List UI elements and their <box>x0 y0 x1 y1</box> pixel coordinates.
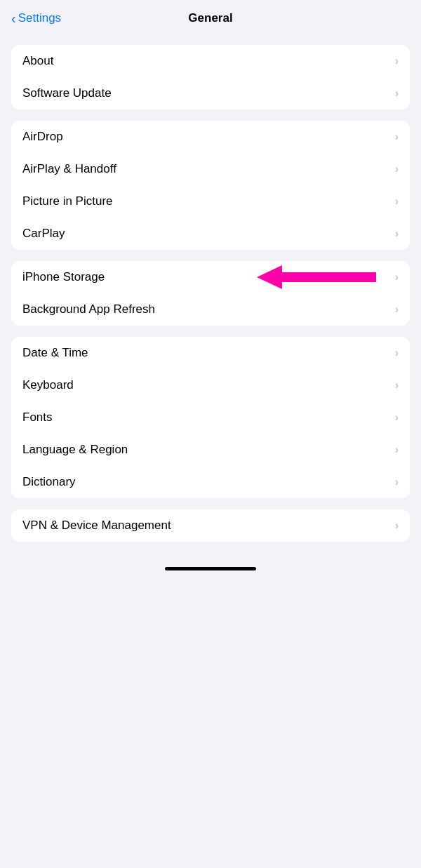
nav-header: ‹ Settings General <box>0 0 421 34</box>
settings-label-date-time: Date & Time <box>22 346 88 360</box>
settings-row-iphone-storage[interactable]: iPhone Storage› <box>11 261 410 293</box>
settings-row-carplay[interactable]: CarPlay› <box>11 218 410 250</box>
settings-label-about: About <box>22 54 53 68</box>
home-indicator <box>0 553 421 576</box>
chevron-icon-picture-in-picture: › <box>395 195 399 208</box>
settings-section-section-5: VPN & Device Management› <box>11 509 410 542</box>
settings-label-picture-in-picture: Picture in Picture <box>22 194 113 208</box>
arrow-svg <box>257 265 376 289</box>
settings-label-iphone-storage: iPhone Storage <box>22 270 105 284</box>
settings-label-background-app-refresh: Background App Refresh <box>22 302 155 316</box>
settings-row-software-update[interactable]: Software Update› <box>11 77 410 109</box>
chevron-icon-fonts: › <box>395 411 399 424</box>
chevron-icon-airplay-handoff: › <box>395 163 399 175</box>
annotation-arrow <box>257 265 376 289</box>
page-title: General <box>188 11 232 25</box>
settings-row-keyboard[interactable]: Keyboard› <box>11 369 410 401</box>
settings-label-language-region: Language & Region <box>22 443 128 457</box>
home-bar <box>165 567 256 570</box>
chevron-icon-date-time: › <box>395 347 399 359</box>
settings-section-section-2: AirDrop›AirPlay & Handoff›Picture in Pic… <box>11 121 410 250</box>
settings-row-date-time[interactable]: Date & Time› <box>11 337 410 369</box>
settings-section-section-3: iPhone Storage›Background App Refresh› <box>11 261 410 326</box>
settings-row-background-app-refresh[interactable]: Background App Refresh› <box>11 293 410 326</box>
settings-row-about[interactable]: About› <box>11 45 410 77</box>
settings-label-keyboard: Keyboard <box>22 378 74 392</box>
settings-label-airdrop: AirDrop <box>22 130 63 144</box>
svg-marker-0 <box>257 265 376 289</box>
settings-row-picture-in-picture[interactable]: Picture in Picture› <box>11 185 410 218</box>
chevron-icon-airdrop: › <box>395 131 399 143</box>
chevron-icon-keyboard: › <box>395 379 399 392</box>
settings-label-fonts: Fonts <box>22 410 53 425</box>
chevron-icon-carplay: › <box>395 227 399 240</box>
settings-label-vpn-device-management: VPN & Device Management <box>22 519 171 533</box>
settings-label-dictionary: Dictionary <box>22 475 76 489</box>
chevron-icon-dictionary: › <box>395 476 399 488</box>
settings-row-vpn-device-management[interactable]: VPN & Device Management› <box>11 509 410 542</box>
chevron-icon-about: › <box>395 55 399 67</box>
chevron-icon-software-update: › <box>395 87 399 100</box>
settings-label-software-update: Software Update <box>22 86 112 100</box>
chevron-icon-vpn-device-management: › <box>395 519 399 532</box>
settings-container: About›Software Update›AirDrop›AirPlay & … <box>0 45 421 542</box>
settings-label-carplay: CarPlay <box>22 227 65 241</box>
settings-row-airplay-handoff[interactable]: AirPlay & Handoff› <box>11 153 410 185</box>
settings-row-airdrop[interactable]: AirDrop› <box>11 121 410 153</box>
settings-row-dictionary[interactable]: Dictionary› <box>11 466 410 498</box>
back-label: Settings <box>18 11 61 25</box>
chevron-icon-iphone-storage: › <box>395 271 399 283</box>
back-chevron-icon: ‹ <box>11 11 16 27</box>
settings-label-airplay-handoff: AirPlay & Handoff <box>22 162 116 176</box>
settings-row-language-region[interactable]: Language & Region› <box>11 434 410 466</box>
chevron-icon-language-region: › <box>395 443 399 456</box>
settings-section-section-1: About›Software Update› <box>11 45 410 109</box>
chevron-icon-background-app-refresh: › <box>395 303 399 316</box>
back-button[interactable]: ‹ Settings <box>11 11 61 27</box>
settings-row-fonts[interactable]: Fonts› <box>11 401 410 434</box>
settings-section-section-4: Date & Time›Keyboard›Fonts›Language & Re… <box>11 337 410 498</box>
